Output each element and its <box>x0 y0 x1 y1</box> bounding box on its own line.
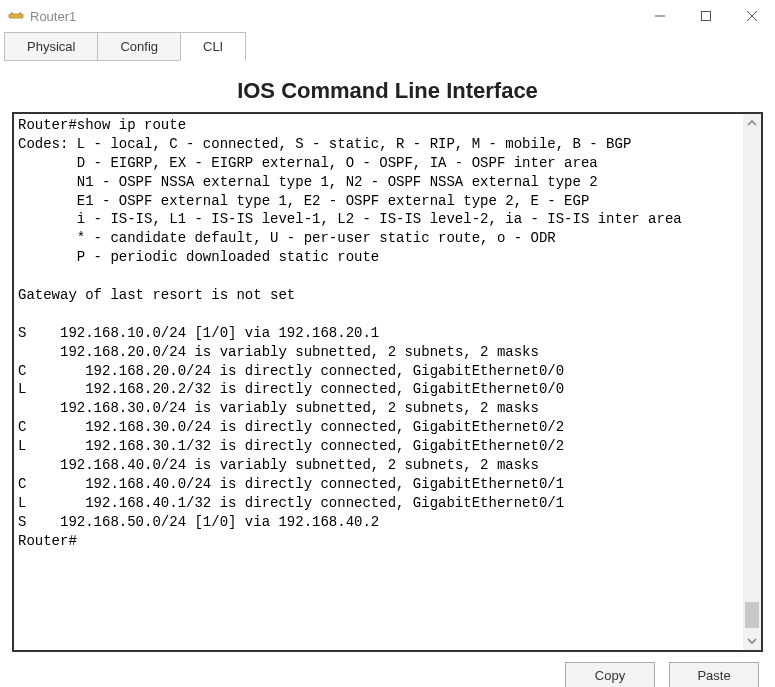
maximize-button[interactable] <box>683 0 729 32</box>
window-controls <box>637 0 775 32</box>
button-row: Copy Paste <box>12 662 763 687</box>
router-icon <box>8 8 24 24</box>
titlebar: Router1 <box>0 0 775 32</box>
terminal-output[interactable]: Router#show ip route Codes: L - local, C… <box>14 114 743 650</box>
tab-cli[interactable]: CLI <box>180 32 246 61</box>
svg-rect-4 <box>702 12 711 21</box>
terminal-container: Router#show ip route Codes: L - local, C… <box>12 112 763 652</box>
scroll-thumb[interactable] <box>745 602 759 628</box>
svg-rect-0 <box>9 14 23 18</box>
scroll-track[interactable] <box>743 132 761 632</box>
minimize-button[interactable] <box>637 0 683 32</box>
tab-bar: Physical Config CLI <box>0 32 775 62</box>
tab-physical[interactable]: Physical <box>4 32 98 61</box>
window-title: Router1 <box>30 9 637 24</box>
close-button[interactable] <box>729 0 775 32</box>
tab-content: IOS Command Line Interface Router#show i… <box>0 62 775 687</box>
scroll-down-icon[interactable] <box>743 632 761 650</box>
copy-button[interactable]: Copy <box>565 662 655 687</box>
scroll-up-icon[interactable] <box>743 114 761 132</box>
paste-button[interactable]: Paste <box>669 662 759 687</box>
scrollbar[interactable] <box>743 114 761 650</box>
page-title: IOS Command Line Interface <box>12 78 763 104</box>
tab-config[interactable]: Config <box>97 32 181 61</box>
